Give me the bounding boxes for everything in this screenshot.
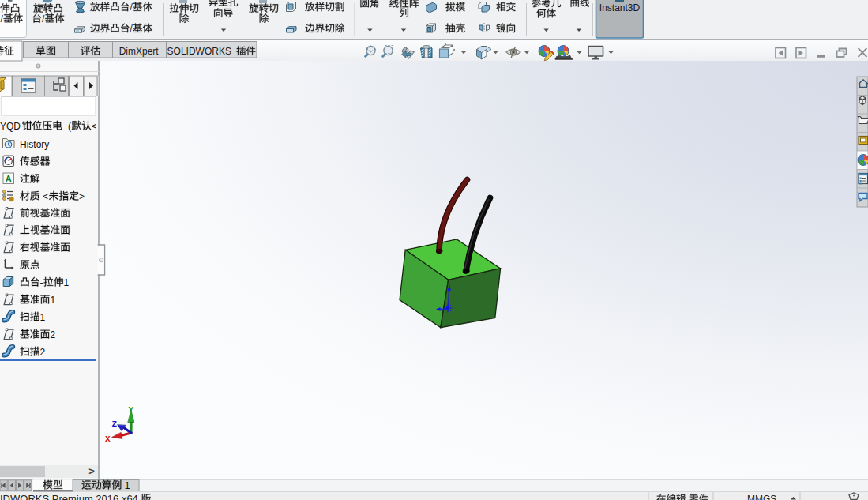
svg-text:2: 2 — [50, 329, 55, 340]
svg-text:-: - — [40, 277, 43, 288]
svg-text:MMGS: MMGS — [747, 494, 776, 500]
svg-text:Z: Z — [112, 419, 118, 429]
svg-text:Instant3D: Instant3D — [599, 2, 641, 13]
svg-text:A: A — [6, 174, 12, 183]
svg-text:1: 1 — [50, 295, 55, 306]
svg-text:>: > — [79, 191, 85, 202]
svg-text:<: < — [40, 191, 48, 202]
svg-text:X: X — [105, 434, 111, 444]
svg-text:SOLIDWORKS: SOLIDWORKS — [167, 46, 235, 57]
svg-text:1: 1 — [122, 480, 130, 491]
svg-text:History: History — [20, 139, 49, 150]
svg-text:Y: Y — [129, 405, 134, 415]
svg-text:SOLIDWORKS Premium 2016 x64: SOLIDWORKS Premium 2016 x64 — [0, 493, 141, 500]
svg-text:DimXpert: DimXpert — [119, 46, 160, 57]
svg-text:1: 1 — [40, 312, 46, 323]
svg-text:2: 2 — [40, 347, 46, 358]
svg-text:>: > — [88, 465, 95, 477]
svg-text:1: 1 — [64, 277, 70, 288]
svg-text:YQD: YQD — [0, 121, 21, 132]
svg-text:(: ( — [68, 121, 71, 132]
